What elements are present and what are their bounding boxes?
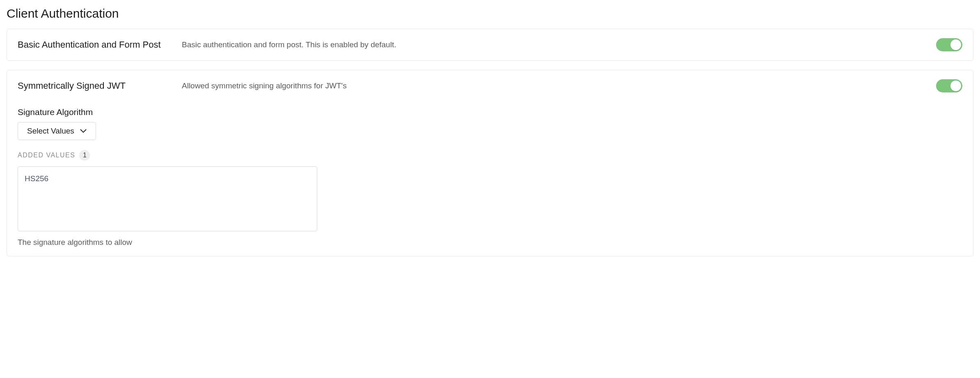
added-values-label: ADDED VALUES: [18, 152, 75, 159]
basic-auth-toggle[interactable]: [936, 38, 962, 51]
jwt-description: Allowed symmetric signing algorithms for…: [182, 81, 920, 90]
jwt-title: Symmetrically Signed JWT: [18, 81, 165, 91]
signature-algorithm-section: Signature Algorithm Select Values ADDED …: [18, 107, 962, 247]
signature-algorithm-select[interactable]: Select Values: [18, 122, 96, 140]
added-values-count-badge: 1: [79, 150, 90, 161]
value-item[interactable]: HS256: [25, 174, 310, 183]
basic-auth-card: Basic Authentication and Form Post Basic…: [7, 29, 973, 61]
toggle-knob-icon: [950, 81, 961, 91]
signature-algorithm-label: Signature Algorithm: [18, 107, 962, 117]
added-values-row: ADDED VALUES 1: [18, 150, 962, 161]
jwt-card: Symmetrically Signed JWT Allowed symmetr…: [7, 70, 973, 256]
jwt-header-row: Symmetrically Signed JWT Allowed symmetr…: [18, 79, 962, 92]
toggle-knob-icon: [950, 39, 961, 50]
jwt-toggle[interactable]: [936, 79, 962, 92]
page-title: Client Authentication: [7, 7, 973, 21]
added-values-box[interactable]: HS256: [18, 166, 317, 231]
basic-auth-title: Basic Authentication and Form Post: [18, 39, 165, 50]
basic-auth-description: Basic authentication and form post. This…: [182, 40, 920, 49]
signature-help-text: The signature algorithms to allow: [18, 238, 962, 247]
select-placeholder: Select Values: [27, 127, 74, 136]
chevron-down-icon: [80, 129, 87, 133]
basic-auth-header-row: Basic Authentication and Form Post Basic…: [18, 38, 962, 51]
